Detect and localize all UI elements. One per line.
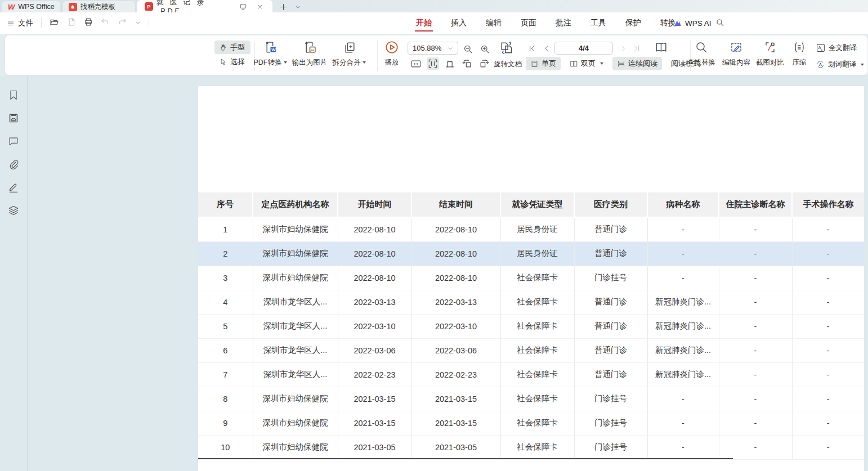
edit-content-button[interactable]: 编辑内容 [719,39,754,68]
table-cell: - [719,387,792,411]
wps-ai-button[interactable]: WPS AI [673,12,712,34]
rotate-document-icon[interactable] [498,40,515,56]
table-cell: 6 [198,338,253,362]
table-row: 10深圳市妇幼保健院2021-03-052021-03-05社会保障卡门诊挂号-… [198,435,864,459]
save-icon[interactable] [67,17,76,29]
menu-search-icon[interactable] [715,18,724,29]
tab-list-chevron-icon[interactable] [293,1,304,12]
pdf-convert-button[interactable]: W PDF转换 [248,39,293,68]
table-cell: 居民身份证 [500,241,574,266]
column-header: 序号 [198,192,253,217]
word-translate-button[interactable]: A 划词翻译 [816,60,864,69]
table-cell: 普通门诊 [574,314,647,338]
table-row: 8深圳市妇幼保健院2021-03-152021-03-15社会保障卡门诊挂号--… [198,387,864,411]
double-page-button[interactable]: 双页 [565,57,608,70]
find-replace-button[interactable]: 查找替换 [684,39,719,68]
column-header: 住院主诊断名称 [719,192,792,217]
column-header: 定点医药机构名称 [253,192,338,217]
compress-icon [784,39,815,55]
last-page-button[interactable] [631,43,642,54]
comment-icon[interactable] [7,134,20,148]
table-cell: 新冠肺炎门诊... [647,362,719,387]
table-cell: 普通门诊 [574,338,647,362]
menu-tab-6[interactable]: 保护 [624,13,642,33]
print-icon[interactable] [84,17,93,29]
table-cell: 2022-08-10 [411,217,500,241]
table-bottom-border [198,458,733,459]
rotate-right-button[interactable] [478,57,490,70]
select-tool-button[interactable]: 选择 [214,55,250,69]
menu-tab-3[interactable]: 页面 [520,13,538,33]
compress-button[interactable]: 压缩 [784,39,815,68]
table-cell: 8 [198,387,253,411]
table-cell: 社会保障卡 [500,290,574,314]
dropdown-caret [600,62,603,65]
tab-document-active[interactable]: P 就 医 记 录 .PDF [137,0,272,12]
open-file-icon[interactable] [50,17,59,29]
menu-tab-0[interactable]: 开始 [415,13,433,33]
undo-icon[interactable] [101,17,110,29]
redo-icon[interactable] [118,17,127,29]
zoom-level-select[interactable]: 105.88% [408,42,458,55]
continuous-read-button[interactable]: 连续阅读 [612,57,662,70]
table-cell: 2021-03-05 [338,435,411,459]
tab-wps-office[interactable]: W WPS Office [2,1,61,12]
fit-page-button[interactable] [444,57,456,70]
table-cell: 居民身份证 [500,217,574,241]
layers-icon[interactable] [7,204,20,217]
split-merge-button[interactable]: 拆分合并 [326,39,372,68]
table-cell: - [647,241,719,266]
page-indicator: 4/4 [579,44,589,52]
rotate-left-button[interactable] [461,57,473,70]
double-page-icon [570,60,578,68]
table-cell: - [647,387,719,411]
signature-pen-icon[interactable] [7,181,20,194]
close-tab-icon[interactable] [255,1,265,12]
menu-tab-1[interactable]: 插入 [450,13,468,33]
menu-tab-5[interactable]: 工具 [589,13,607,33]
new-tab-button[interactable] [278,1,289,12]
table-cell: 2022-08-10 [338,241,411,266]
zoom-out-button[interactable] [462,43,474,55]
page-number-input[interactable]: 4/4 [554,42,613,55]
quickbar-more-chevron-icon[interactable] [135,18,141,28]
single-page-button[interactable]: 单页 [526,57,561,70]
first-page-button[interactable] [526,43,538,54]
table-cell: 4 [198,290,253,314]
screenshot-compare-button[interactable]: 截图对比 [753,39,788,68]
play-button[interactable]: 播放 [379,39,405,68]
file-menu-button[interactable]: 文件 [7,18,33,28]
dropdown-caret [284,61,287,64]
previous-page-button[interactable] [541,43,552,54]
table-cell: 2022-03-13 [411,290,500,314]
table-cell: 门诊挂号 [574,411,647,435]
thumbnail-icon[interactable] [7,111,20,125]
table-cell: 2021-03-15 [338,387,411,411]
column-header: 结束时间 [411,192,500,217]
actual-size-button[interactable]: 1:1 [410,57,422,70]
full-translate-button[interactable]: Az 全文翻译 [816,43,857,53]
bookmark-icon[interactable] [7,88,20,102]
table-cell: 2022-03-13 [338,290,411,314]
next-page-button[interactable] [618,43,629,54]
table-cell: - [792,314,864,338]
menu-tab-4[interactable]: 批注 [554,13,572,33]
dropdown-caret [363,61,366,64]
table-row: 7深圳市龙华区人...2022-02-232022-02-23社会保障卡普通门诊… [198,362,864,387]
tab-docer-templates[interactable]: 找稻壳模板 [62,1,136,12]
zoom-in-button[interactable] [478,43,491,55]
menu-tab-2[interactable]: 编辑 [485,13,503,33]
table-cell: 门诊挂号 [574,387,647,411]
table-row: 2深圳市妇幼保健院2022-08-102022-08-10居民身份证普通门诊--… [198,241,864,266]
attachment-icon[interactable] [7,158,20,171]
hand-tool-button[interactable]: 手型 [214,41,250,54]
rotate-document-label[interactable]: 旋转文档 [494,60,522,69]
export-image-button[interactable]: 输出为图片 [287,39,332,68]
fit-width-button[interactable] [427,57,439,70]
send-to-device-icon[interactable] [238,1,248,12]
play-icon [379,39,405,55]
read-mode-icon[interactable] [652,39,669,55]
hand-icon [219,43,227,52]
table-cell: 普通门诊 [574,217,647,241]
table-cell: - [719,217,792,241]
